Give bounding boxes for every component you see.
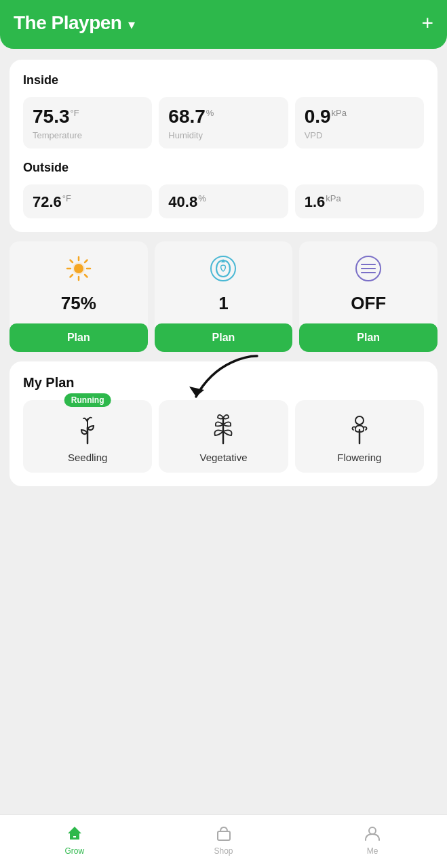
outside-humidity-cell: 40.8% xyxy=(159,184,288,219)
outside-label: Outside xyxy=(23,161,424,175)
svg-point-23 xyxy=(369,827,376,834)
filter-plan-button[interactable]: Plan xyxy=(299,323,438,352)
outside-temp-cell: 72.6°F xyxy=(23,184,152,219)
nav-me[interactable]: Me xyxy=(298,823,447,856)
controls-section: 75% Plan xyxy=(9,241,438,352)
my-plan-card: My Plan Running xyxy=(9,361,438,486)
my-plan-label: My Plan xyxy=(23,375,424,391)
nav-shop[interactable]: Shop xyxy=(149,823,298,856)
inside-metrics: 75.3°F Temperature 68.7% Humidity 0.9kPa… xyxy=(23,97,424,149)
light-value: 75% xyxy=(61,293,96,314)
grow-nav-icon xyxy=(64,823,85,844)
outside-humidity-unit: % xyxy=(198,193,206,203)
svg-rect-21 xyxy=(72,837,77,840)
shop-nav-icon xyxy=(214,823,234,844)
vegetative-plan-card[interactable]: Vegetative xyxy=(159,400,288,473)
cannabis-icon xyxy=(208,411,238,445)
vpd-label: VPD xyxy=(305,130,416,140)
outside-vpd-cell: 1.6kPa xyxy=(295,184,424,219)
plan-grid-wrapper: Running xyxy=(23,400,424,473)
light-control-body: 75% xyxy=(9,241,148,323)
fan-control-body: 1 xyxy=(155,241,293,323)
app-title: The Playpen xyxy=(14,12,121,34)
me-nav-label: Me xyxy=(367,846,378,856)
vpd-cell: 0.9kPa VPD xyxy=(295,97,424,149)
outside-temp-value: 72.6°F xyxy=(33,194,144,211)
fan-value: 1 xyxy=(218,293,228,314)
svg-line-8 xyxy=(85,260,88,263)
fan-control-card: 1 Plan xyxy=(155,241,293,352)
svg-point-1 xyxy=(74,264,83,273)
filter-value: OFF xyxy=(351,293,386,314)
seedling-label: Seedling xyxy=(68,452,107,463)
humidity-value: 68.7% xyxy=(168,106,279,127)
sun-icon xyxy=(64,254,94,283)
header: The Playpen ▾ + xyxy=(0,0,447,49)
humidity-cell: 68.7% Humidity xyxy=(159,97,288,149)
svg-line-9 xyxy=(70,275,73,277)
shop-nav-label: Shop xyxy=(214,846,233,856)
add-button[interactable]: + xyxy=(421,13,433,33)
grow-nav-label: Grow xyxy=(65,846,85,856)
running-badge: Running xyxy=(64,393,111,407)
main-content: Inside 75.3°F Temperature 68.7% Humidity… xyxy=(0,49,447,814)
flowering-label: Flowering xyxy=(337,452,381,463)
svg-rect-22 xyxy=(218,831,230,840)
vpd-value: 0.9kPa xyxy=(305,106,416,127)
svg-line-7 xyxy=(85,275,88,277)
me-nav-icon xyxy=(362,823,383,844)
environment-card: Inside 75.3°F Temperature 68.7% Humidity… xyxy=(9,60,438,232)
filter-control-body: OFF xyxy=(299,241,438,323)
fan-plan-button[interactable]: Plan xyxy=(155,323,293,352)
light-plan-button[interactable]: Plan xyxy=(9,323,148,352)
outside-humidity-value: 40.8% xyxy=(168,194,279,211)
vpd-unit: kPa xyxy=(332,108,347,118)
temperature-unit: °F xyxy=(71,108,79,118)
header-left: The Playpen ▾ xyxy=(14,12,135,34)
svg-line-6 xyxy=(70,260,73,263)
plan-grid: Running xyxy=(23,400,424,473)
inside-label: Inside xyxy=(23,73,424,87)
humidity-label: Humidity xyxy=(168,130,279,140)
svg-point-20 xyxy=(355,416,364,425)
outside-temp-unit: °F xyxy=(62,193,71,203)
chevron-down-icon[interactable]: ▾ xyxy=(128,16,135,33)
bottom-nav: Grow Shop Me xyxy=(0,814,447,868)
filter-icon xyxy=(353,254,383,283)
outside-metrics: 72.6°F 40.8% 1.6kPa xyxy=(23,184,424,219)
temperature-cell: 75.3°F Temperature xyxy=(23,97,152,149)
seedling-icon xyxy=(73,411,102,445)
light-control-card: 75% Plan xyxy=(9,241,148,352)
nav-grow[interactable]: Grow xyxy=(0,823,149,856)
flowering-icon xyxy=(345,411,374,445)
outside-vpd-value: 1.6kPa xyxy=(305,194,416,211)
recycle-icon xyxy=(208,254,238,283)
filter-control-card: OFF Plan xyxy=(299,241,438,352)
flowering-plan-card[interactable]: Flowering xyxy=(295,400,424,473)
temperature-value: 75.3°F xyxy=(33,106,144,127)
temperature-label: Temperature xyxy=(33,130,144,140)
outside-vpd-unit: kPa xyxy=(326,193,341,203)
seedling-plan-card[interactable]: Running xyxy=(23,400,152,473)
humidity-unit: % xyxy=(206,108,214,118)
vegetative-label: Vegetative xyxy=(199,452,247,463)
